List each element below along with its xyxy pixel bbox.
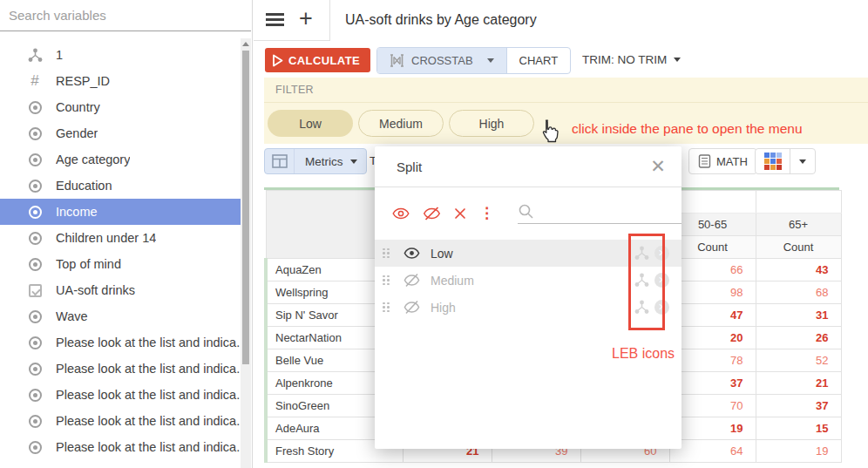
search-placeholder: Search variables bbox=[9, 8, 106, 23]
sidebar-item-please-look-at-the-list-[interactable]: Please look at the list and indica... bbox=[0, 356, 241, 382]
trim-dropdown[interactable]: TRIM: NO TRIM bbox=[582, 53, 681, 66]
variable-list: 1#RESP_IDCountryGenderAge categoryEducat… bbox=[0, 42, 241, 460]
sidebar-item-ua-soft-drinks[interactable]: UA-soft drinks bbox=[0, 277, 241, 303]
visibility-eye-off-icon[interactable] bbox=[403, 273, 420, 288]
scrollbar-thumb[interactable] bbox=[242, 51, 249, 364]
sidebar-item-label: Income bbox=[56, 205, 98, 219]
sidebar-item-label: 1 bbox=[56, 48, 63, 62]
modal-search-input[interactable] bbox=[518, 203, 682, 224]
close-icon[interactable]: ✕ bbox=[648, 157, 668, 176]
sidebar-item-children-under-14[interactable]: Children under 14 bbox=[0, 225, 241, 251]
column-header[interactable]: 50-65 bbox=[669, 214, 756, 236]
filter-chip-low[interactable]: Low bbox=[268, 110, 353, 137]
value-cell: 15 bbox=[756, 417, 841, 440]
sidebar-item-education[interactable]: Education bbox=[0, 173, 241, 199]
checkbox-icon bbox=[26, 281, 44, 299]
sidebar-item-gender[interactable]: Gender bbox=[0, 120, 241, 146]
filter-chip-medium[interactable]: Medium bbox=[358, 110, 444, 137]
value-cell: 98 bbox=[669, 281, 756, 304]
modal-header: Split ✕ bbox=[375, 146, 682, 187]
drag-handle-icon[interactable] bbox=[383, 248, 391, 259]
metrics-dropdown[interactable]: Metrics bbox=[295, 155, 366, 168]
chevron-down-icon bbox=[799, 159, 806, 164]
visibility-eye-icon[interactable] bbox=[403, 247, 420, 260]
sidebar-item-please-look-at-the-list-[interactable]: Please look at the list and indica... bbox=[0, 434, 241, 460]
network-icon bbox=[26, 46, 44, 64]
sidebar-item-age-category[interactable]: Age category bbox=[0, 146, 241, 173]
math-button[interactable]: MATH bbox=[688, 148, 757, 174]
annotation-leb-label: LEB icons bbox=[612, 346, 675, 362]
value-cell: 19 bbox=[669, 417, 756, 440]
value-cell: 78 bbox=[669, 349, 756, 372]
app-window: Search variables 1#RESP_IDCountryGenderA… bbox=[0, 0, 868, 468]
scrollbar-up-arrow-icon[interactable] bbox=[242, 42, 249, 46]
sidebar-item-label: Please look at the list and indica... bbox=[56, 362, 241, 376]
play-icon bbox=[272, 54, 283, 67]
layout-icon[interactable] bbox=[265, 149, 295, 173]
visibility-eye-off-icon[interactable] bbox=[403, 300, 420, 315]
sidebar-item-label: Gender bbox=[56, 126, 98, 140]
search-variables-input[interactable]: Search variables bbox=[0, 0, 251, 31]
value-cell: 43 bbox=[756, 259, 841, 281]
menu-icon[interactable] bbox=[266, 13, 284, 26]
variables-sidebar: Search variables 1#RESP_IDCountryGenderA… bbox=[0, 0, 253, 468]
crosstab-icon bbox=[390, 54, 404, 67]
column-header[interactable]: 65+ bbox=[756, 214, 841, 236]
filter-label: FILTER bbox=[264, 78, 868, 103]
modal-toolbar: ⋮ bbox=[375, 187, 682, 240]
color-palette-button[interactable] bbox=[756, 149, 790, 173]
palette-group bbox=[755, 148, 816, 174]
more-options-icon[interactable]: ⋮ bbox=[479, 207, 494, 220]
value-cell: 20 bbox=[669, 327, 756, 349]
sidebar-item-please-look-at-the-list-[interactable]: Please look at the list and indica... bbox=[0, 329, 241, 356]
value-cell: 52 bbox=[756, 349, 841, 372]
modal-title: Split bbox=[397, 159, 422, 174]
calculate-button[interactable]: CALCULATE bbox=[265, 48, 370, 72]
drag-handle-icon[interactable] bbox=[383, 302, 391, 313]
value-cell: 26 bbox=[756, 327, 841, 349]
radio-icon bbox=[26, 255, 44, 273]
remove-icon[interactable] bbox=[454, 207, 466, 220]
chevron-down-icon bbox=[674, 58, 681, 62]
calculator-icon bbox=[698, 154, 711, 168]
sidebar-item-label: UA-soft drinks bbox=[56, 283, 135, 297]
show-all-eye-icon[interactable] bbox=[392, 207, 410, 220]
hand-cursor-icon bbox=[538, 119, 560, 148]
filter-chip-high[interactable]: High bbox=[449, 110, 534, 137]
sidebar-item-label: Please look at the list and indica... bbox=[56, 414, 241, 428]
radio-icon bbox=[26, 125, 44, 142]
value-cell: 37 bbox=[756, 395, 841, 417]
sidebar-item-income[interactable]: Income bbox=[0, 199, 241, 225]
chevron-down-icon bbox=[487, 58, 494, 63]
sidebar-item-resp-id[interactable]: #RESP_ID bbox=[0, 68, 241, 94]
value-cell: 70 bbox=[669, 395, 756, 417]
radio-icon bbox=[26, 386, 44, 404]
sidebar-scrollbar[interactable] bbox=[241, 38, 251, 468]
metrics-group: Metrics bbox=[264, 148, 367, 174]
sidebar-item-country[interactable]: Country bbox=[0, 94, 241, 120]
value-cell: 47 bbox=[669, 304, 756, 327]
sidebar-item-top-of-mind[interactable]: Top of mind bbox=[0, 251, 241, 277]
chevron-down-icon bbox=[350, 159, 357, 164]
search-icon bbox=[518, 203, 534, 220]
sidebar-item-label: RESP_ID bbox=[56, 74, 110, 88]
drag-handle-icon[interactable] bbox=[383, 275, 391, 286]
chart-button[interactable]: CHART bbox=[506, 48, 571, 73]
sidebar-item-please-look-at-the-list-[interactable]: Please look at the list and indica... bbox=[0, 382, 241, 408]
value-cell: 37 bbox=[669, 372, 756, 395]
sidebar-item-wave[interactable]: Wave bbox=[0, 303, 241, 329]
radio-icon bbox=[26, 360, 44, 377]
header-blank-cell bbox=[669, 191, 756, 214]
page-title: UA-soft drinks by Age category bbox=[345, 12, 537, 28]
sidebar-item-please-look-at-the-list-[interactable]: Please look at the list and indica... bbox=[0, 408, 241, 434]
value-cell: 31 bbox=[756, 304, 841, 327]
sidebar-item-label: Country bbox=[56, 100, 100, 114]
sidebar-item-1[interactable]: 1 bbox=[0, 42, 241, 68]
add-tab-button[interactable]: + bbox=[299, 5, 313, 32]
count-subheader: Count bbox=[756, 236, 841, 259]
crosstab-button[interactable]: CROSSTAB bbox=[377, 48, 506, 73]
hide-all-eye-off-icon[interactable] bbox=[423, 206, 441, 221]
sidebar-item-label: Please look at the list and indica... bbox=[56, 440, 241, 454]
palette-dropdown[interactable] bbox=[790, 149, 815, 173]
radio-icon bbox=[26, 177, 44, 194]
